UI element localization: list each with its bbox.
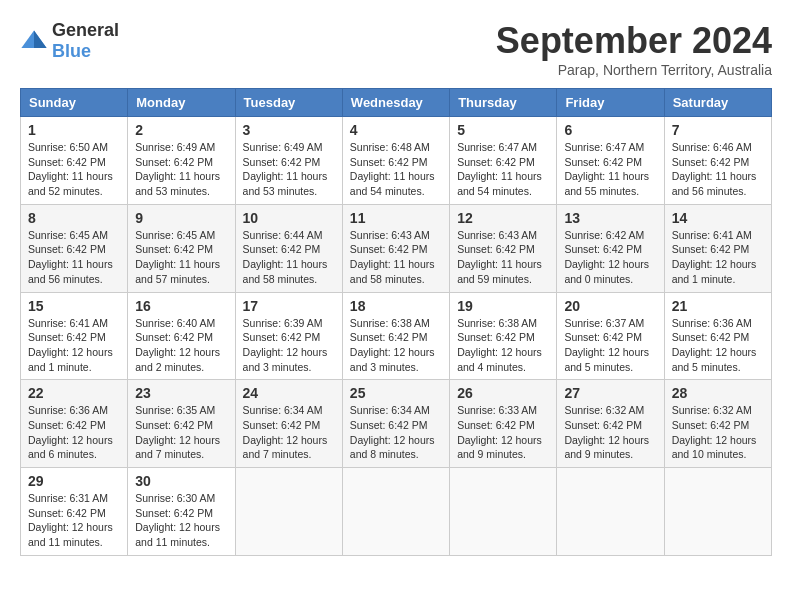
day-info: Sunrise: 6:42 AM Sunset: 6:42 PM Dayligh… — [564, 228, 656, 287]
day-info: Sunrise: 6:43 AM Sunset: 6:42 PM Dayligh… — [457, 228, 549, 287]
day-number: 12 — [457, 210, 549, 226]
day-number: 7 — [672, 122, 764, 138]
header-tuesday: Tuesday — [235, 89, 342, 117]
day-number: 25 — [350, 385, 442, 401]
logo-icon — [20, 27, 48, 55]
subtitle: Parap, Northern Territory, Australia — [496, 62, 772, 78]
day-cell: 13Sunrise: 6:42 AM Sunset: 6:42 PM Dayli… — [557, 204, 664, 292]
day-info: Sunrise: 6:33 AM Sunset: 6:42 PM Dayligh… — [457, 403, 549, 462]
day-number: 26 — [457, 385, 549, 401]
day-cell: 17Sunrise: 6:39 AM Sunset: 6:42 PM Dayli… — [235, 292, 342, 380]
day-cell: 16Sunrise: 6:40 AM Sunset: 6:42 PM Dayli… — [128, 292, 235, 380]
logo-general: General — [52, 20, 119, 40]
day-number: 1 — [28, 122, 120, 138]
day-number: 4 — [350, 122, 442, 138]
day-number: 29 — [28, 473, 120, 489]
day-number: 8 — [28, 210, 120, 226]
day-number: 17 — [243, 298, 335, 314]
day-number: 20 — [564, 298, 656, 314]
week-row-4: 22Sunrise: 6:36 AM Sunset: 6:42 PM Dayli… — [21, 380, 772, 468]
day-info: Sunrise: 6:47 AM Sunset: 6:42 PM Dayligh… — [457, 140, 549, 199]
day-cell: 12Sunrise: 6:43 AM Sunset: 6:42 PM Dayli… — [450, 204, 557, 292]
day-info: Sunrise: 6:38 AM Sunset: 6:42 PM Dayligh… — [350, 316, 442, 375]
day-cell: 20Sunrise: 6:37 AM Sunset: 6:42 PM Dayli… — [557, 292, 664, 380]
day-number: 2 — [135, 122, 227, 138]
day-cell: 26Sunrise: 6:33 AM Sunset: 6:42 PM Dayli… — [450, 380, 557, 468]
week-row-1: 1Sunrise: 6:50 AM Sunset: 6:42 PM Daylig… — [21, 117, 772, 205]
day-info: Sunrise: 6:30 AM Sunset: 6:42 PM Dayligh… — [135, 491, 227, 550]
header-sunday: Sunday — [21, 89, 128, 117]
day-number: 9 — [135, 210, 227, 226]
day-number: 10 — [243, 210, 335, 226]
calendar: SundayMondayTuesdayWednesdayThursdayFrid… — [20, 88, 772, 556]
day-cell: 22Sunrise: 6:36 AM Sunset: 6:42 PM Dayli… — [21, 380, 128, 468]
day-number: 21 — [672, 298, 764, 314]
day-number: 28 — [672, 385, 764, 401]
day-info: Sunrise: 6:32 AM Sunset: 6:42 PM Dayligh… — [564, 403, 656, 462]
day-info: Sunrise: 6:34 AM Sunset: 6:42 PM Dayligh… — [243, 403, 335, 462]
day-number: 6 — [564, 122, 656, 138]
day-cell: 11Sunrise: 6:43 AM Sunset: 6:42 PM Dayli… — [342, 204, 449, 292]
logo: General Blue — [20, 20, 119, 62]
day-info: Sunrise: 6:37 AM Sunset: 6:42 PM Dayligh… — [564, 316, 656, 375]
day-cell: 2Sunrise: 6:49 AM Sunset: 6:42 PM Daylig… — [128, 117, 235, 205]
day-info: Sunrise: 6:36 AM Sunset: 6:42 PM Dayligh… — [28, 403, 120, 462]
day-info: Sunrise: 6:49 AM Sunset: 6:42 PM Dayligh… — [243, 140, 335, 199]
day-info: Sunrise: 6:48 AM Sunset: 6:42 PM Dayligh… — [350, 140, 442, 199]
day-cell: 18Sunrise: 6:38 AM Sunset: 6:42 PM Dayli… — [342, 292, 449, 380]
day-cell: 24Sunrise: 6:34 AM Sunset: 6:42 PM Dayli… — [235, 380, 342, 468]
day-info: Sunrise: 6:46 AM Sunset: 6:42 PM Dayligh… — [672, 140, 764, 199]
day-info: Sunrise: 6:38 AM Sunset: 6:42 PM Dayligh… — [457, 316, 549, 375]
day-info: Sunrise: 6:40 AM Sunset: 6:42 PM Dayligh… — [135, 316, 227, 375]
day-cell — [664, 468, 771, 556]
day-cell: 14Sunrise: 6:41 AM Sunset: 6:42 PM Dayli… — [664, 204, 771, 292]
day-info: Sunrise: 6:45 AM Sunset: 6:42 PM Dayligh… — [135, 228, 227, 287]
day-cell: 25Sunrise: 6:34 AM Sunset: 6:42 PM Dayli… — [342, 380, 449, 468]
header-monday: Monday — [128, 89, 235, 117]
day-cell — [450, 468, 557, 556]
day-info: Sunrise: 6:35 AM Sunset: 6:42 PM Dayligh… — [135, 403, 227, 462]
day-number: 23 — [135, 385, 227, 401]
day-cell: 3Sunrise: 6:49 AM Sunset: 6:42 PM Daylig… — [235, 117, 342, 205]
day-info: Sunrise: 6:32 AM Sunset: 6:42 PM Dayligh… — [672, 403, 764, 462]
svg-marker-1 — [34, 31, 47, 49]
day-info: Sunrise: 6:49 AM Sunset: 6:42 PM Dayligh… — [135, 140, 227, 199]
day-info: Sunrise: 6:44 AM Sunset: 6:42 PM Dayligh… — [243, 228, 335, 287]
day-cell: 8Sunrise: 6:45 AM Sunset: 6:42 PM Daylig… — [21, 204, 128, 292]
day-info: Sunrise: 6:34 AM Sunset: 6:42 PM Dayligh… — [350, 403, 442, 462]
day-cell: 7Sunrise: 6:46 AM Sunset: 6:42 PM Daylig… — [664, 117, 771, 205]
header-thursday: Thursday — [450, 89, 557, 117]
day-info: Sunrise: 6:41 AM Sunset: 6:42 PM Dayligh… — [672, 228, 764, 287]
day-cell — [557, 468, 664, 556]
day-cell: 30Sunrise: 6:30 AM Sunset: 6:42 PM Dayli… — [128, 468, 235, 556]
day-number: 18 — [350, 298, 442, 314]
day-cell: 15Sunrise: 6:41 AM Sunset: 6:42 PM Dayli… — [21, 292, 128, 380]
day-cell: 5Sunrise: 6:47 AM Sunset: 6:42 PM Daylig… — [450, 117, 557, 205]
month-title: September 2024 — [496, 20, 772, 62]
header-saturday: Saturday — [664, 89, 771, 117]
day-cell: 6Sunrise: 6:47 AM Sunset: 6:42 PM Daylig… — [557, 117, 664, 205]
day-cell: 21Sunrise: 6:36 AM Sunset: 6:42 PM Dayli… — [664, 292, 771, 380]
day-info: Sunrise: 6:36 AM Sunset: 6:42 PM Dayligh… — [672, 316, 764, 375]
day-info: Sunrise: 6:39 AM Sunset: 6:42 PM Dayligh… — [243, 316, 335, 375]
day-number: 3 — [243, 122, 335, 138]
title-area: September 2024 Parap, Northern Territory… — [496, 20, 772, 78]
day-cell: 1Sunrise: 6:50 AM Sunset: 6:42 PM Daylig… — [21, 117, 128, 205]
day-cell — [235, 468, 342, 556]
day-cell: 4Sunrise: 6:48 AM Sunset: 6:42 PM Daylig… — [342, 117, 449, 205]
logo-blue: Blue — [52, 41, 91, 61]
day-number: 22 — [28, 385, 120, 401]
day-info: Sunrise: 6:41 AM Sunset: 6:42 PM Dayligh… — [28, 316, 120, 375]
day-number: 27 — [564, 385, 656, 401]
day-number: 13 — [564, 210, 656, 226]
logo-text: General Blue — [52, 20, 119, 62]
week-row-3: 15Sunrise: 6:41 AM Sunset: 6:42 PM Dayli… — [21, 292, 772, 380]
day-number: 24 — [243, 385, 335, 401]
day-number: 16 — [135, 298, 227, 314]
day-cell: 19Sunrise: 6:38 AM Sunset: 6:42 PM Dayli… — [450, 292, 557, 380]
day-cell: 23Sunrise: 6:35 AM Sunset: 6:42 PM Dayli… — [128, 380, 235, 468]
day-number: 14 — [672, 210, 764, 226]
calendar-header-row: SundayMondayTuesdayWednesdayThursdayFrid… — [21, 89, 772, 117]
day-cell: 27Sunrise: 6:32 AM Sunset: 6:42 PM Dayli… — [557, 380, 664, 468]
day-cell: 9Sunrise: 6:45 AM Sunset: 6:42 PM Daylig… — [128, 204, 235, 292]
